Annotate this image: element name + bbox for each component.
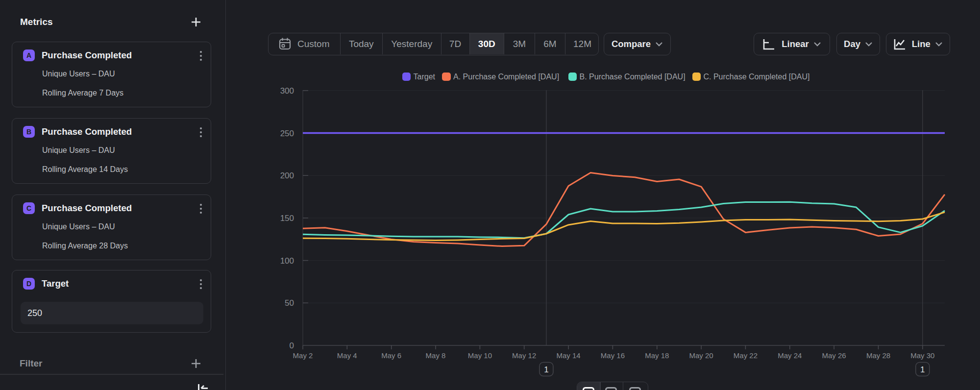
svg-text:May 20: May 20 xyxy=(689,351,713,360)
svg-text:100: 100 xyxy=(280,256,294,266)
svg-text:May 30: May 30 xyxy=(910,351,934,360)
svg-text:May 22: May 22 xyxy=(734,351,758,360)
svg-text:May 10: May 10 xyxy=(468,351,492,360)
svg-text:0: 0 xyxy=(290,341,294,350)
svg-text:May 16: May 16 xyxy=(601,351,625,360)
svg-text:150: 150 xyxy=(280,214,294,223)
svg-text:May 28: May 28 xyxy=(866,351,890,360)
svg-text:May 6: May 6 xyxy=(381,351,401,360)
svg-text:May 2: May 2 xyxy=(293,351,313,360)
svg-text:May 24: May 24 xyxy=(778,351,802,360)
svg-text:May 18: May 18 xyxy=(645,351,669,360)
svg-text:May 4: May 4 xyxy=(337,351,357,360)
svg-text:300: 300 xyxy=(280,86,294,96)
svg-text:1: 1 xyxy=(920,365,925,374)
svg-text:250: 250 xyxy=(280,129,294,138)
svg-text:May 8: May 8 xyxy=(426,351,446,360)
svg-text:50: 50 xyxy=(285,298,294,308)
svg-text:1: 1 xyxy=(544,365,548,374)
svg-text:May 14: May 14 xyxy=(556,351,580,360)
svg-text:200: 200 xyxy=(280,171,294,180)
svg-text:May 26: May 26 xyxy=(822,351,846,360)
svg-text:May 12: May 12 xyxy=(512,351,536,360)
